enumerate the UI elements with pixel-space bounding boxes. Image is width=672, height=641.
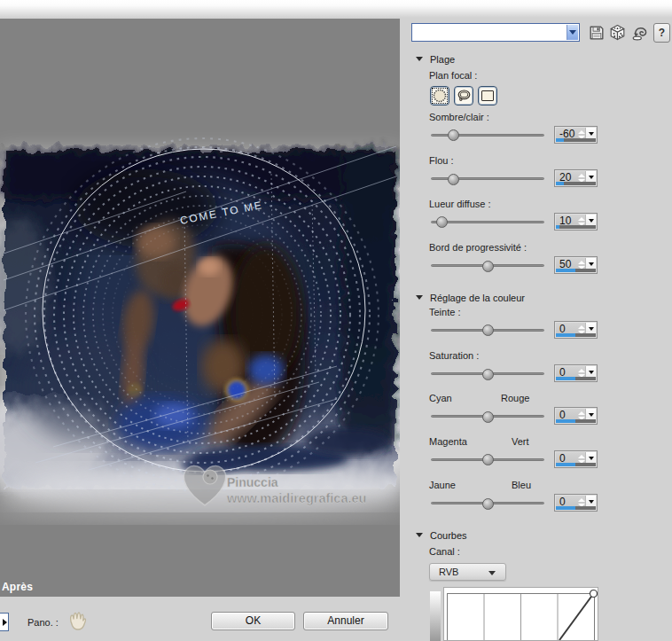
svg-text:www.maidiregrafica.eu: www.maidiregrafica.eu — [226, 491, 366, 505]
svg-text:Pinuccia: Pinuccia — [227, 475, 278, 489]
